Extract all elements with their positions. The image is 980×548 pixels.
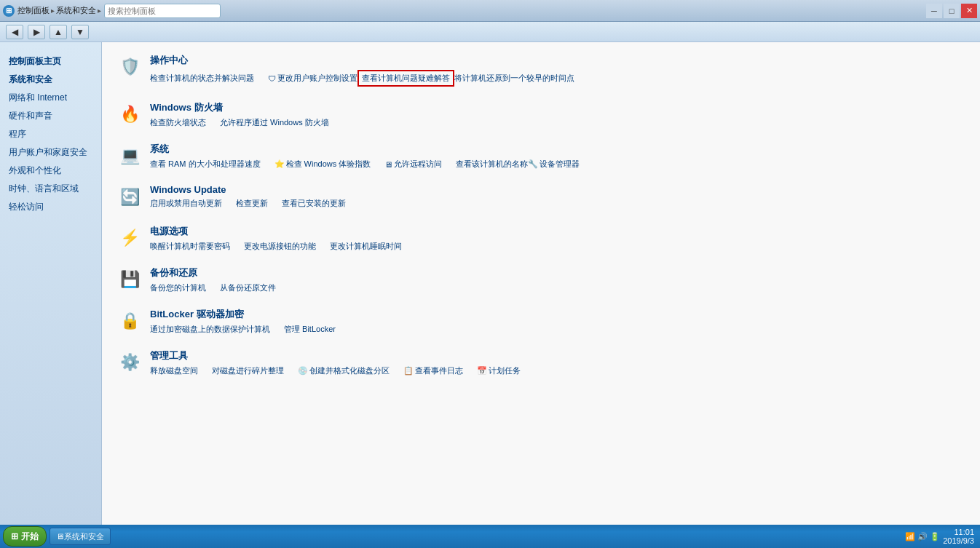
link-wake-password[interactable]: 唤醒计算机时需要密码 (150, 241, 230, 252)
sidebar-item-programs[interactable]: 程序 (0, 125, 101, 143)
bitlocker-title[interactable]: BitLocker 驱动器加密 (150, 308, 965, 321)
link-sleep-time[interactable]: 更改计算机睡眠时间 (330, 241, 402, 252)
windows-update-title[interactable]: Windows Update (150, 184, 965, 195)
link-disk-cleanup[interactable]: 释放磁盘空间 (150, 365, 198, 376)
link-power-btn[interactable]: 更改电源接钮的功能 (244, 241, 316, 252)
volume-tray-icon: 🔊 (917, 532, 928, 541)
content-area: 🛡️ 操作中心 检查计算机的状态并解决问题 🛡更改用户账户控制设置 查看计算机问… (102, 42, 980, 525)
breadcrumb-item-2[interactable]: 系统和安全 (56, 5, 96, 16)
backup-content: 备份和还原 备份您的计算机 从备份还原文件 (150, 266, 965, 293)
section-bitlocker: 🔒 BitLocker 驱动器加密 通过加密磁盘上的数据保护计算机 管理 Bit… (116, 308, 965, 335)
link-format-partition[interactable]: 💿创建并格式化磁盘分区 (298, 365, 390, 376)
log-icon: 📋 (403, 366, 414, 376)
remote-icon: 🖥 (384, 160, 392, 169)
sidebar-item-system-security[interactable]: 系统和安全 (0, 71, 101, 89)
link-backup-pc[interactable]: 备份您的计算机 (150, 282, 206, 293)
maximize-button[interactable]: □ (944, 4, 960, 18)
action-center-icon: 🛡️ (116, 54, 143, 80)
taskbar-window-label: 系统和安全 (64, 531, 104, 542)
link-event-log[interactable]: 📋查看事件日志 (403, 365, 463, 376)
link-manage-bitlocker[interactable]: 管理 BitLocker (284, 324, 336, 335)
system-icon: 💻 (116, 143, 143, 169)
power-content: 电源选项 唤醒计算机时需要密码 更改电源接钮的功能 更改计算机睡眠时间 (150, 225, 965, 252)
windows-update-links: 启用或禁用自动更新 检查更新 查看已安装的更新 (150, 198, 965, 209)
firewall-title[interactable]: Windows 防火墙 (150, 101, 965, 114)
main-container: 控制面板主页 系统和安全 网络和 Internet 硬件和声音 程序 用户账户和… (0, 42, 980, 525)
link-defrag[interactable]: 对磁盘进行碎片整理 (212, 365, 284, 376)
taskbar-tray: 📶 🔊 🔋 11:01 2019/9/3 (905, 528, 977, 545)
schedule-icon: 📅 (477, 366, 487, 376)
close-button[interactable]: ✕ (961, 4, 977, 18)
forward-button[interactable]: ▶ (28, 25, 45, 39)
title-bar: ⊞ 控制面板 ▸ 系统和安全 ▸ ─ □ ✕ (0, 0, 980, 22)
power-links: 唤醒计算机时需要密码 更改电源接钮的功能 更改计算机睡眠时间 (150, 241, 965, 252)
link-view-updates[interactable]: 查看已安装的更新 (282, 198, 346, 209)
link-encrypt-disk[interactable]: 通过加密磁盘上的数据保护计算机 (150, 324, 270, 335)
link-troubleshoot[interactable]: 查看计算机问题疑难解答 (357, 70, 454, 87)
sidebar-item-network[interactable]: 网络和 Internet (0, 89, 101, 107)
windows-update-content: Windows Update 启用或禁用自动更新 检查更新 查看已安装的更新 (150, 184, 965, 209)
taskbar: ⊞ 开始 🖥 系统和安全 📶 🔊 🔋 11:01 2019/9/3 (0, 525, 980, 548)
breadcrumb-item-1[interactable]: 控制面板 (17, 5, 50, 16)
admin-tools-links: 释放磁盘空间 对磁盘进行碎片整理 💿创建并格式化磁盘分区 📋查看事件日志 📅计划… (150, 365, 965, 376)
section-firewall: 🔥 Windows 防火墙 检查防火墙状态 允许程序通过 Windows 防火墙 (116, 101, 965, 128)
power-icon: ⚡ (116, 225, 143, 251)
firewall-links: 检查防火墙状态 允许程序通过 Windows 防火墙 (150, 117, 965, 128)
link-device-mgr[interactable]: 🔧设备管理器 (528, 159, 580, 170)
link-firewall-status[interactable]: 检查防火墙状态 (150, 117, 206, 128)
battery-tray-icon: 🔋 (930, 532, 940, 541)
sidebar-item-appearance[interactable]: 外观和个性化 (0, 162, 101, 180)
tray-time-display: 11:01 (943, 528, 974, 536)
minimize-button[interactable]: ─ (926, 4, 942, 18)
admin-tools-title[interactable]: 管理工具 (150, 349, 965, 362)
title-bar-left: ⊞ 控制面板 ▸ 系统和安全 ▸ (3, 4, 926, 18)
link-restore-files[interactable]: 从备份还原文件 (220, 282, 276, 293)
sidebar-item-user-accounts[interactable]: 用户账户和家庭安全 (0, 143, 101, 162)
window-icon: ⊞ (3, 5, 15, 17)
link-check-status[interactable]: 检查计算机的状态并解决问题 (150, 70, 254, 87)
link-change-uac[interactable]: 🛡更改用户账户控制设置 (268, 70, 357, 87)
recent-button[interactable]: ▼ (71, 25, 89, 39)
section-action-center: 🛡️ 操作中心 检查计算机的状态并解决问题 🛡更改用户账户控制设置 查看计算机问… (116, 54, 965, 87)
action-center-title[interactable]: 操作中心 (150, 54, 965, 67)
breadcrumb: 控制面板 ▸ 系统和安全 ▸ (17, 5, 101, 16)
link-auto-update[interactable]: 启用或禁用自动更新 (150, 198, 222, 209)
section-backup: 💾 备份和还原 备份您的计算机 从备份还原文件 (116, 266, 965, 293)
sidebar-item-hardware[interactable]: 硬件和声音 (0, 107, 101, 125)
link-task-scheduler[interactable]: 📅计划任务 (477, 365, 521, 376)
section-power: ⚡ 电源选项 唤醒计算机时需要密码 更改电源接钮的功能 更改计算机睡眠时间 (116, 225, 965, 252)
taskbar-window-icon: 🖥 (56, 532, 64, 541)
backup-title[interactable]: 备份和还原 (150, 266, 965, 279)
windows-update-icon: 🔄 (116, 184, 143, 210)
firewall-content: Windows 防火墙 检查防火墙状态 允许程序通过 Windows 防火墙 (150, 101, 965, 128)
start-button[interactable]: ⊞ 开始 (3, 526, 47, 547)
link-pc-name[interactable]: 查看该计算机的名称 (456, 159, 528, 170)
link-win-score[interactable]: ⭐检查 Windows 体验指数 (274, 159, 371, 170)
search-input[interactable] (104, 4, 221, 18)
up-button[interactable]: ▲ (50, 25, 67, 39)
link-ram-speed[interactable]: 查看 RAM 的大小和处理器速度 (150, 159, 261, 170)
sidebar-item-ease[interactable]: 轻松访问 (0, 198, 101, 216)
section-windows-update: 🔄 Windows Update 启用或禁用自动更新 检查更新 查看已安装的更新 (116, 184, 965, 210)
link-check-update[interactable]: 检查更新 (236, 198, 268, 209)
firewall-icon: 🔥 (116, 101, 143, 127)
action-center-content: 操作中心 检查计算机的状态并解决问题 🛡更改用户账户控制设置 查看计算机问题疑难… (150, 54, 965, 87)
breadcrumb-sep-2: ▸ (98, 7, 101, 15)
window-controls: ─ □ ✕ (926, 4, 977, 18)
nav-bar: ◀ ▶ ▲ ▼ (0, 22, 980, 42)
backup-icon: 💾 (116, 266, 143, 293)
section-admin-tools: ⚙️ 管理工具 释放磁盘空间 对磁盘进行碎片整理 💿创建并格式化磁盘分区 📋查看… (116, 349, 965, 376)
back-button[interactable]: ◀ (6, 25, 23, 39)
disk-icon: 💿 (298, 366, 308, 376)
system-title[interactable]: 系统 (150, 143, 965, 156)
windows-logo-icon: ⊞ (11, 531, 18, 541)
link-allow-program[interactable]: 允许程序通过 Windows 防火墙 (220, 117, 329, 128)
network-tray-icon: 📶 (905, 532, 915, 541)
sidebar-item-clock[interactable]: 时钟、语言和区域 (0, 180, 101, 198)
breadcrumb-sep-1: ▸ (51, 7, 55, 15)
power-title[interactable]: 电源选项 (150, 225, 965, 238)
taskbar-window-button[interactable]: 🖥 系统和安全 (50, 528, 111, 545)
link-remote[interactable]: 🖥允许远程访问 (384, 159, 442, 170)
link-restore[interactable]: 将计算机还原到一个较早的时间点 (454, 70, 574, 87)
system-content: 系统 查看 RAM 的大小和处理器速度 ⭐检查 Windows 体验指数 🖥允许… (150, 143, 965, 170)
